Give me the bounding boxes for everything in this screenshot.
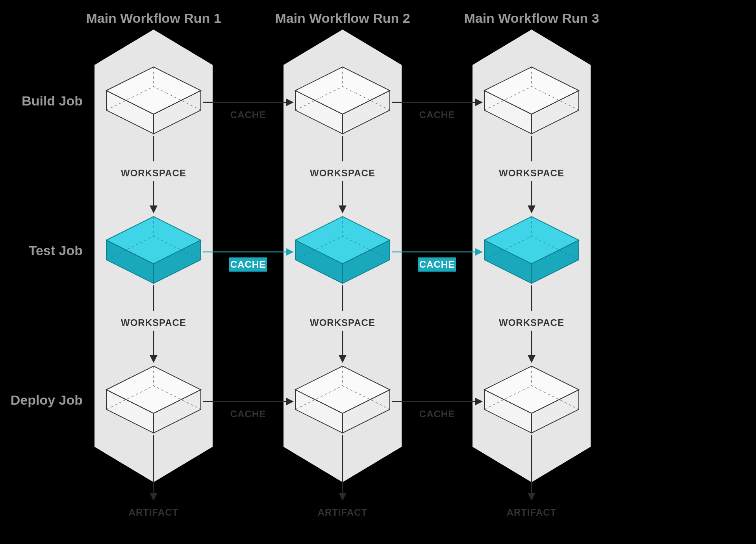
column-title-1: Main Workflow Run 1 [86,11,221,26]
diagram-svg: Main Workflow Run 1 Main Workflow Run 2 … [0,0,756,544]
cache-badge-label: CACHE [419,259,455,270]
row-title-deploy: Deploy Job [11,392,83,407]
column-title-2: Main Workflow Run 2 [275,11,410,26]
artifact-label: ARTIFACT [507,507,557,518]
cache-label: CACHE [230,409,266,419]
row-title-build: Build Job [22,93,83,108]
cache-label: CACHE [419,109,455,120]
cache-label: CACHE [419,409,455,419]
row-title-test: Test Job [29,243,83,258]
cache-badge-label: CACHE [230,259,266,270]
workspace-label: WORKSPACE [121,317,186,328]
cache-label: CACHE [230,109,266,120]
workspace-label: WORKSPACE [310,317,375,328]
column-title-3: Main Workflow Run 3 [464,11,599,26]
cache-badge-1: CACHE [229,257,267,272]
workspace-label: WORKSPACE [310,168,375,178]
workspace-label: WORKSPACE [499,168,564,178]
cache-badge-2: CACHE [418,257,456,272]
workspace-label: WORKSPACE [499,317,564,328]
workspace-label: WORKSPACE [121,168,186,178]
artifact-label: ARTIFACT [318,507,368,518]
artifact-label: ARTIFACT [129,507,179,518]
diagram-stage: Main Workflow Run 1 Main Workflow Run 2 … [0,0,756,544]
